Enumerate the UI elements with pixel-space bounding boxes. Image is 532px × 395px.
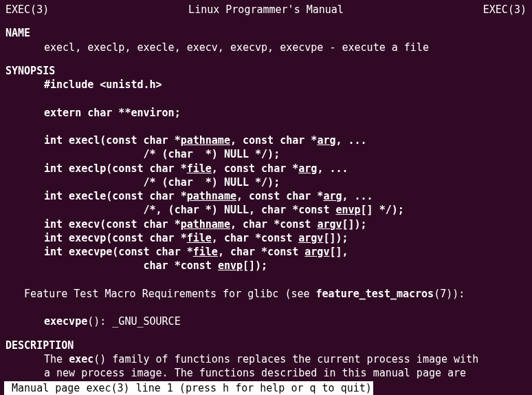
- section-synopsis: SYNOPSIS: [5, 64, 527, 78]
- decl-execlp-cont: /* (char *) NULL */);: [5, 175, 527, 189]
- decl-execvpe: int execvpe(const char *file, char *cons…: [5, 245, 527, 259]
- pager-statusbar[interactable]: Manual page exec(3) line 1 (press h for …: [4, 381, 373, 395]
- include-line: #include <unistd.h>: [5, 78, 527, 92]
- header-title: Linux Programmer's Manual: [49, 3, 483, 17]
- decl-execvpe-cont: char *const envp[]);: [5, 259, 527, 273]
- decl-execlp: int execlp(const char *file, const char …: [5, 162, 527, 175]
- decl-execl: int execl(const char *pathname, const ch…: [5, 134, 527, 147]
- decl-execvp: int execvp(const char *file, char *const…: [5, 231, 527, 245]
- decl-execle: int execle(const char *pathname, const c…: [5, 189, 527, 203]
- man-header: EXEC(3) Linux Programmer's Manual EXEC(3…: [5, 3, 527, 17]
- feature-test-line: Feature Test Macro Requirements for glib…: [5, 287, 527, 301]
- section-name: NAME: [5, 26, 527, 40]
- execvpe-req: execvpe(): _GNU_SOURCE: [5, 314, 527, 328]
- decl-execle-cont: /*, (char *) NULL, char *const envp[] */…: [5, 203, 527, 217]
- section-description: DESCRIPTION: [5, 339, 527, 352]
- extern-line: extern char **environ;: [5, 106, 527, 120]
- description-line2: a new process image. The functions descr…: [5, 366, 527, 380]
- name-text: execl, execlp, execle, execv, execvp, ex…: [5, 41, 527, 54]
- description-line1: The exec() family of functions replaces …: [5, 352, 527, 366]
- header-right: EXEC(3): [483, 3, 527, 17]
- header-left: EXEC(3): [5, 3, 49, 17]
- decl-execv: int execv(const char *pathname, char *co…: [5, 217, 527, 231]
- decl-execl-cont: /* (char *) NULL */);: [5, 147, 527, 161]
